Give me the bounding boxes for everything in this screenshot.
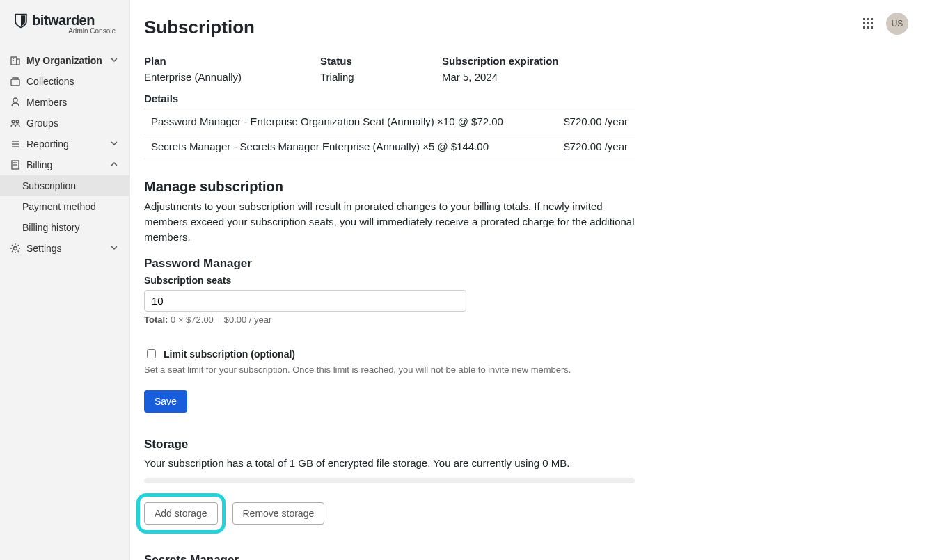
sidebar-item-label: Reporting — [26, 138, 104, 150]
pm-seats-input[interactable] — [144, 290, 466, 312]
sidebar-nav: My Organization Collections Members — [0, 50, 129, 259]
expiration-label: Subscription expiration — [442, 55, 635, 67]
add-storage-button[interactable]: Add storage — [144, 502, 218, 525]
save-button[interactable]: Save — [144, 390, 187, 413]
shield-icon — [14, 13, 28, 29]
svg-point-14 — [14, 247, 17, 250]
svg-point-7 — [16, 120, 19, 123]
sidebar-item-settings[interactable]: Settings — [0, 238, 129, 259]
sidebar-item-label: Settings — [26, 243, 104, 254]
limit-subscription-checkbox[interactable] — [147, 349, 156, 358]
svg-rect-17 — [871, 18, 873, 20]
svg-rect-18 — [863, 22, 865, 24]
brand-block: bitwarden Admin Console — [0, 10, 129, 42]
pm-title: Password Manager — [144, 257, 635, 271]
pm-seats-label: Subscription seats — [144, 275, 635, 286]
remove-storage-button[interactable]: Remove storage — [232, 502, 325, 525]
avatar[interactable]: US — [886, 13, 908, 35]
limit-subscription-hint: Set a seat limit for your subscription. … — [144, 365, 635, 375]
page-title: Subscription — [144, 17, 911, 38]
svg-rect-1 — [17, 59, 19, 65]
pm-total-value: 0 × $72.00 = $0.00 / year — [171, 314, 271, 325]
manage-title: Manage subscription — [144, 179, 635, 195]
detail-row: Secrets Manager - Secrets Manager Enterp… — [144, 134, 635, 159]
svg-rect-22 — [867, 26, 869, 29]
collections-icon — [10, 76, 21, 87]
sidebar-item-payment[interactable]: Payment method — [0, 196, 129, 217]
sidebar-item-billing[interactable]: Billing — [0, 154, 129, 175]
pm-total-hint: Total: 0 × $72.00 = $0.00 / year — [144, 314, 635, 325]
limit-subscription-label: Limit subscription (optional) — [164, 349, 295, 360]
svg-rect-4 — [11, 79, 19, 86]
status-value: Trialing — [320, 71, 442, 83]
detail-desc: Password Manager - Enterprise Organizati… — [151, 115, 503, 127]
chevron-down-icon — [110, 243, 120, 253]
pm-total-label: Total: — [144, 314, 168, 325]
reporting-icon — [10, 138, 21, 150]
svg-rect-20 — [871, 22, 873, 24]
svg-rect-15 — [863, 18, 865, 20]
svg-rect-21 — [863, 26, 865, 29]
detail-row: Password Manager - Enterprise Organizati… — [144, 109, 635, 134]
org-icon — [10, 55, 21, 66]
highlight-ring: Add storage — [136, 493, 226, 534]
status-label: Status — [320, 55, 442, 67]
sidebar-item-label: Payment method — [22, 201, 120, 212]
sidebar-item-label: Billing history — [22, 222, 120, 233]
sidebar-item-label: Groups — [26, 118, 120, 129]
chevron-up-icon — [110, 160, 120, 170]
sidebar-item-label: Collections — [26, 76, 120, 87]
storage-progress-bar — [144, 478, 635, 483]
sidebar-item-groups[interactable]: Groups — [0, 113, 129, 134]
plan-label: Plan — [144, 55, 320, 67]
main-content: US Subscription Plan Enterprise (Annuall… — [130, 0, 925, 560]
detail-amount: $720.00 /year — [564, 115, 628, 127]
sm-title: Secrets Manager — [144, 553, 635, 560]
sidebar-item-label: My Organization — [26, 55, 104, 66]
members-icon — [10, 97, 21, 108]
svg-rect-16 — [867, 18, 869, 20]
topbar: US — [862, 13, 908, 35]
sidebar-item-label: Subscription — [22, 180, 120, 191]
chevron-down-icon — [110, 56, 120, 65]
gear-icon — [10, 243, 21, 254]
sidebar-item-label: Members — [26, 97, 120, 108]
svg-point-5 — [13, 98, 17, 102]
groups-icon — [10, 118, 21, 129]
svg-rect-19 — [867, 22, 869, 24]
details-header: Details — [144, 93, 635, 109]
sidebar-item-reporting[interactable]: Reporting — [0, 134, 129, 154]
chevron-down-icon — [110, 139, 120, 149]
billing-icon — [10, 159, 21, 170]
subscription-meta: Plan Enterprise (Annually) Status Triali… — [144, 55, 635, 83]
sidebar-item-history[interactable]: Billing history — [0, 217, 129, 238]
avatar-initials: US — [892, 19, 903, 29]
expiration-value: Mar 5, 2024 — [442, 71, 635, 83]
sidebar-item-members[interactable]: Members — [0, 92, 129, 113]
sidebar: bitwarden Admin Console My Organization — [0, 0, 130, 560]
sidebar-item-label: Billing — [26, 159, 104, 170]
manage-desc: Adjustments to your subscription will re… — [144, 199, 635, 244]
storage-title: Storage — [144, 438, 635, 451]
svg-rect-23 — [871, 26, 873, 29]
plan-value: Enterprise (Annually) — [144, 71, 320, 83]
detail-amount: $720.00 /year — [564, 141, 628, 152]
sidebar-item-org[interactable]: My Organization — [0, 50, 129, 71]
storage-desc: Your subscription has a total of 1 GB of… — [144, 456, 635, 471]
sidebar-item-collections[interactable]: Collections — [0, 71, 129, 92]
apps-icon[interactable] — [862, 17, 875, 30]
svg-point-6 — [12, 120, 15, 123]
detail-desc: Secrets Manager - Secrets Manager Enterp… — [151, 141, 489, 152]
sidebar-item-subscription[interactable]: Subscription — [0, 175, 129, 196]
brand-name: bitwarden — [32, 13, 95, 29]
